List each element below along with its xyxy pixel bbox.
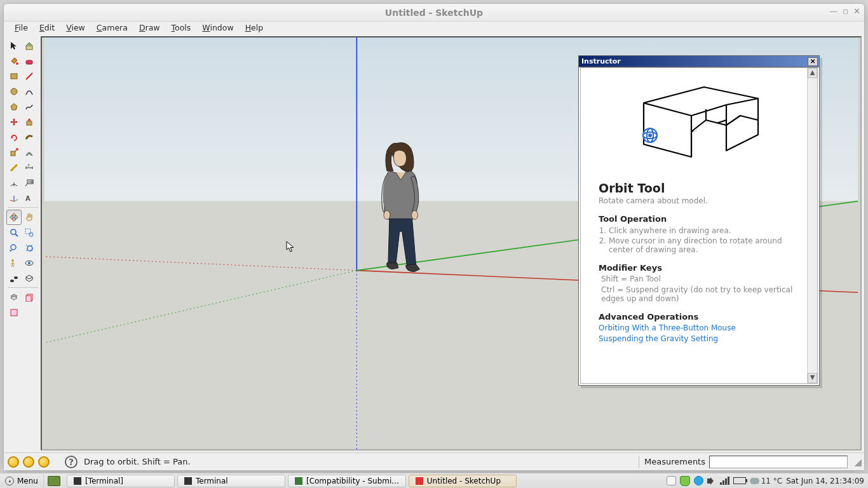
tool-circle[interactable] [6, 84, 22, 99]
scroll-up-icon[interactable]: ▲ [808, 68, 817, 78]
tool-zoomprev[interactable] [6, 240, 22, 255]
status-orb-2[interactable] [23, 456, 34, 468]
menu-edit[interactable]: Edit [34, 22, 60, 34]
tool-position-camera[interactable] [6, 255, 22, 271]
tool-model-info[interactable] [6, 305, 22, 320]
tool-scale[interactable] [6, 145, 22, 160]
instructor-link[interactable]: Orbiting With a Three-Button Mouse [599, 323, 797, 332]
close-button[interactable]: ✕ [853, 6, 860, 16]
instructor-titlebar[interactable]: Instructor ✕ [579, 56, 819, 67]
modifier-line: Ctrl = Suspend gravity (do not try to ke… [601, 285, 797, 303]
instructor-scrollbar[interactable]: ▲ ▼ [807, 68, 817, 383]
tool-section[interactable] [22, 271, 37, 286]
menu-file[interactable]: File [9, 22, 34, 34]
tool-followme[interactable] [22, 130, 37, 145]
scroll-down-icon[interactable]: ▼ [808, 373, 817, 383]
tool-tape[interactable] [6, 160, 22, 175]
instructor-step: Click anywhere in drawing area. [609, 226, 797, 235]
svg-point-35 [648, 133, 652, 137]
tool-pan[interactable] [22, 210, 37, 225]
status-orb-3[interactable] [38, 456, 50, 468]
svg-point-1 [16, 62, 18, 65]
taskbar-item-sketchup[interactable]: Untitled - SketchUp [409, 475, 517, 487]
tool-orbit[interactable] [6, 210, 22, 225]
os-menu-label: Menu [17, 477, 38, 485]
svg-point-18 [11, 245, 16, 250]
tool-rectangle[interactable] [6, 69, 22, 84]
tool-eraser[interactable] [22, 53, 37, 69]
tool-component[interactable] [22, 38, 37, 53]
network-icon[interactable] [720, 477, 729, 485]
tool-axes[interactable] [6, 191, 22, 206]
maximize-button[interactable]: ▫ [843, 6, 848, 16]
tool-3dtext[interactable]: A [22, 191, 37, 206]
tool-pushpull[interactable] [22, 114, 37, 130]
help-icon[interactable]: ? [65, 456, 78, 468]
svg-point-23 [10, 280, 14, 282]
instructor-close-button[interactable]: ✕ [808, 57, 818, 66]
tool-move[interactable] [6, 114, 22, 130]
instructor-step: Move cursor in any direction to rotate a… [609, 236, 797, 254]
resize-grip[interactable] [851, 456, 863, 468]
taskbar-item-terminal1[interactable]: [Terminal] [67, 475, 175, 487]
task-label: [Compatibility - Submi... [306, 477, 399, 485]
menu-help[interactable]: Help [240, 22, 269, 34]
window-titlebar[interactable]: Untitled - SketchUp — ▫ ✕ [4, 4, 864, 22]
tool-zoom[interactable] [6, 225, 22, 240]
tool-freehand[interactable] [22, 99, 37, 114]
svg-point-14 [13, 217, 15, 219]
svg-point-30 [384, 210, 390, 219]
tool-select[interactable] [6, 38, 22, 53]
volume-icon[interactable] [707, 477, 716, 485]
security-shield-icon[interactable] [680, 476, 690, 486]
tool-rotate[interactable] [6, 130, 22, 145]
instructor-heading: Orbit Tool [599, 181, 797, 195]
tool-layers[interactable] [6, 290, 22, 305]
taskbar-item-terminal2[interactable]: Terminal [177, 475, 285, 487]
tool-zoomwindow[interactable] [22, 225, 37, 240]
show-desktop-icon[interactable] [48, 476, 60, 486]
instructor-link[interactable]: Suspending the Gravity Setting [599, 334, 797, 343]
svg-rect-26 [26, 295, 31, 302]
battery-icon[interactable] [733, 477, 746, 484]
tool-protractor[interactable] [6, 175, 22, 191]
terminal-icon [184, 477, 192, 485]
instructor-content: Orbit Tool Rotate camera about model. To… [581, 68, 807, 383]
weather-widget[interactable]: 11 °C [750, 477, 782, 485]
tool-arc[interactable] [22, 84, 37, 99]
menu-camera[interactable]: Camera [91, 22, 133, 34]
menu-view[interactable]: View [60, 22, 91, 34]
menu-draw[interactable]: Draw [133, 22, 166, 34]
skype-icon[interactable] [694, 476, 703, 485]
tray-app-icon[interactable] [667, 476, 676, 485]
tool-line[interactable] [22, 69, 37, 84]
tool-palette: 3' ABC A [6, 38, 39, 452]
tool-zoomextents[interactable] [22, 240, 37, 255]
tool-polygon[interactable] [6, 99, 22, 114]
os-menu-button[interactable]: Menu [0, 473, 44, 488]
tool-text[interactable]: ABC [22, 175, 37, 191]
clock[interactable]: Sat Jun 14, 21:34:09 [786, 477, 864, 485]
status-orb-1[interactable] [8, 456, 19, 468]
tool-paintbucket[interactable] [6, 53, 22, 69]
minimize-button[interactable]: — [829, 6, 837, 16]
task-label: [Terminal] [85, 477, 123, 485]
tool-walk[interactable] [6, 271, 22, 286]
status-bar: ? Drag to orbit. Shift = Pan. Measuremen… [4, 452, 864, 470]
menu-window[interactable]: Window [196, 22, 239, 34]
instructor-panel[interactable]: Instructor ✕ ▲ ▼ [578, 55, 820, 386]
svg-point-31 [412, 210, 418, 219]
measurements-input[interactable] [709, 456, 848, 468]
os-taskbar: Menu [Terminal] Terminal [Compatibility … [0, 473, 868, 488]
taskbar-item-browser[interactable]: [Compatibility - Submi... [288, 475, 406, 487]
tool-dimension[interactable]: 3' [22, 160, 37, 175]
tool-offset[interactable] [22, 145, 37, 160]
svg-rect-3 [11, 74, 17, 79]
tool-outliner[interactable] [22, 290, 37, 305]
menu-tools[interactable]: Tools [166, 22, 197, 34]
browser-icon [295, 477, 302, 485]
tool-lookaround[interactable] [22, 255, 37, 271]
svg-rect-2 [26, 60, 32, 64]
instructor-steps: Click anywhere in drawing area. Move cur… [609, 226, 797, 254]
instructor-body: ▲ ▼ [580, 67, 818, 384]
